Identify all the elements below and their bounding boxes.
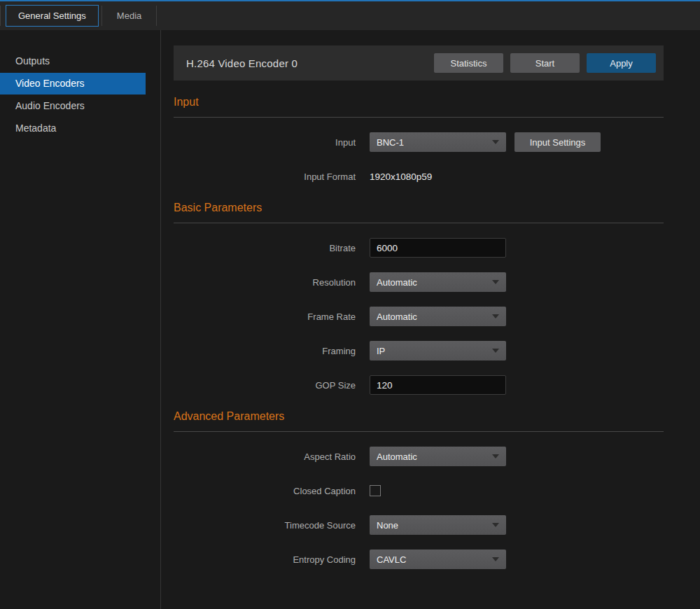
frame-rate-select-value: Automatic (377, 312, 417, 322)
sidebar-nav: Outputs Video Encoders Audio Encoders Me… (0, 30, 161, 609)
input-format-row: Input Format 1920x1080p59 (174, 167, 664, 186)
top-tab-bar: General Settings Media (0, 0, 700, 30)
chevron-down-icon (492, 557, 499, 561)
bitrate-row: Bitrate (174, 238, 664, 258)
sidebar-item-outputs[interactable]: Outputs (0, 50, 146, 72)
entropy-coding-row: Entropy Coding CAVLC (174, 550, 664, 569)
frame-rate-label: Frame Rate (174, 312, 370, 322)
section-title-advanced: Advanced Parameters (174, 410, 664, 423)
section-divider (174, 223, 664, 223)
gop-size-label: GOP Size (174, 380, 370, 391)
sidebar-item-audio-encoders[interactable]: Audio Encoders (0, 95, 146, 117)
encoder-header-panel: H.264 Video Encoder 0 Statistics Start A… (174, 46, 664, 80)
tab-divider (156, 6, 157, 26)
closed-caption-checkbox[interactable] (370, 485, 381, 496)
start-button[interactable]: Start (510, 53, 580, 73)
chevron-down-icon (492, 140, 499, 144)
bitrate-field[interactable] (370, 238, 506, 258)
statistics-button[interactable]: Statistics (434, 53, 503, 73)
chevron-down-icon (492, 454, 499, 458)
aspect-ratio-select-value: Automatic (377, 451, 417, 462)
frame-rate-row: Frame Rate Automatic (174, 307, 664, 326)
resolution-label: Resolution (174, 277, 370, 288)
timecode-source-label: Timecode Source (174, 520, 370, 531)
closed-caption-label: Closed Caption (174, 486, 370, 496)
input-select-value: BNC-1 (377, 137, 404, 148)
page-title: H.264 Video Encoder 0 (186, 57, 427, 69)
tab-general-settings[interactable]: General Settings (6, 5, 99, 27)
resolution-select-value: Automatic (377, 277, 417, 288)
section-advanced-parameters: Advanced Parameters Aspect Ratio Automat… (174, 410, 664, 569)
tab-media[interactable]: Media (105, 6, 153, 26)
closed-caption-row: Closed Caption (174, 481, 664, 500)
tab-divider (102, 6, 102, 26)
sidebar-item-video-encoders[interactable]: Video Encoders (0, 73, 146, 94)
framing-label: Framing (174, 346, 370, 356)
resolution-select[interactable]: Automatic (370, 272, 506, 292)
bitrate-label: Bitrate (174, 243, 370, 253)
section-input: Input Input BNC-1 Input Settings Input F… (174, 96, 664, 186)
input-row: Input BNC-1 Input Settings (174, 132, 664, 152)
aspect-ratio-row: Aspect Ratio Automatic (174, 447, 664, 466)
resolution-row: Resolution Automatic (174, 272, 664, 292)
chevron-down-icon (492, 523, 499, 527)
section-title-input: Input (174, 96, 664, 108)
aspect-ratio-select[interactable]: Automatic (370, 447, 506, 466)
timecode-source-select-value: None (377, 520, 398, 531)
framing-select-value: IP (377, 346, 385, 356)
apply-button[interactable]: Apply (587, 53, 656, 73)
chevron-down-icon (492, 280, 499, 284)
entropy-coding-label: Entropy Coding (174, 554, 370, 565)
section-basic-parameters: Basic Parameters Bitrate Resolution Auto… (174, 202, 664, 395)
entropy-coding-select[interactable]: CAVLC (370, 550, 506, 569)
input-format-value: 1920x1080p59 (370, 172, 432, 182)
framing-select[interactable]: IP (370, 341, 506, 360)
framing-row: Framing IP (174, 341, 664, 360)
gop-size-field[interactable] (370, 375, 506, 395)
entropy-coding-select-value: CAVLC (377, 554, 406, 565)
chevron-down-icon (492, 314, 499, 318)
frame-rate-select[interactable]: Automatic (370, 307, 506, 326)
input-label: Input (174, 137, 370, 148)
tab-divider (0, 6, 1, 26)
section-divider (174, 431, 664, 432)
aspect-ratio-label: Aspect Ratio (174, 451, 370, 462)
input-format-label: Input Format (174, 172, 370, 182)
section-divider (174, 117, 664, 118)
input-settings-button[interactable]: Input Settings (514, 132, 601, 152)
section-title-basic: Basic Parameters (174, 202, 664, 214)
gop-size-row: GOP Size (174, 375, 664, 395)
input-select[interactable]: BNC-1 (370, 132, 506, 152)
timecode-source-row: Timecode Source None (174, 515, 664, 535)
timecode-source-select[interactable]: None (370, 515, 506, 535)
sidebar-item-metadata[interactable]: Metadata (0, 118, 146, 139)
chevron-down-icon (492, 349, 499, 353)
main-content: H.264 Video Encoder 0 Statistics Start A… (162, 30, 700, 609)
